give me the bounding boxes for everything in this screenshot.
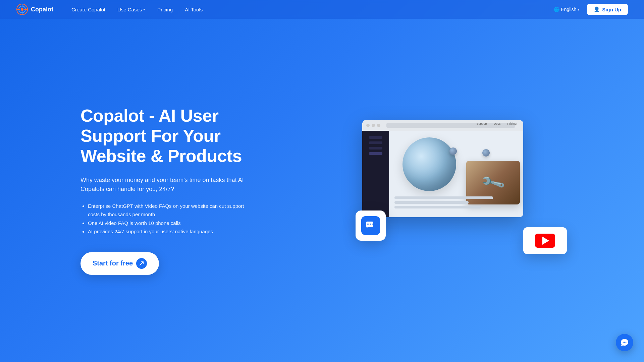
nav-create-copalot[interactable]: Create Copalot	[67, 5, 110, 14]
svg-point-12	[624, 342, 625, 343]
browser-dot-2	[372, 124, 375, 127]
svg-rect-8	[367, 224, 369, 225]
bullet-2: One AI video FAQ is worth 10 phone calls	[88, 219, 255, 228]
chat-bubble-inner	[361, 216, 380, 235]
nav-right: 🌐 English ▾ 👤 Sign Up	[550, 4, 628, 15]
hero-illustration: Support Docs Pricing 🔧	[342, 107, 577, 274]
bullet-3: AI provides 24/7 support in your users' …	[88, 227, 255, 236]
nav-use-cases[interactable]: Use Cases ▾	[113, 5, 150, 14]
browser-sidebar	[362, 131, 389, 217]
use-cases-chevron-icon: ▾	[143, 7, 145, 12]
chat-bubble-widget[interactable]	[356, 210, 386, 241]
sphere-decoration	[402, 137, 456, 191]
svg-rect-10	[372, 224, 373, 225]
svg-point-2	[21, 8, 23, 11]
deco-ball-1	[449, 147, 457, 155]
hero-section: Copalot - AI User Support For Your Websi…	[0, 19, 644, 362]
start-for-free-button[interactable]: Start for free	[80, 252, 159, 275]
browser-dot-3	[377, 124, 380, 127]
table-row-1	[394, 196, 493, 199]
lang-chevron-icon: ▾	[578, 7, 580, 12]
user-icon: 👤	[594, 6, 600, 12]
logo-text: Copalot	[31, 6, 53, 13]
nav-pricing[interactable]: Pricing	[153, 5, 177, 14]
svg-rect-9	[370, 224, 371, 225]
arrow-icon	[136, 258, 147, 269]
svg-point-11	[623, 342, 624, 343]
cta-label: Start for free	[93, 259, 133, 267]
logo[interactable]: Copalot	[16, 3, 53, 15]
nav-links: Create Copalot Use Cases ▾ Pricing AI To…	[67, 5, 550, 14]
youtube-card[interactable]	[523, 227, 567, 254]
chat-widget-fixed[interactable]	[616, 334, 633, 351]
hero-title: Copalot - AI User Support For Your Websi…	[80, 106, 255, 166]
table-row-3	[394, 206, 481, 208]
wrench-icon: 🔧	[480, 170, 506, 196]
bullet-1: Enterprise ChatGPT with Video FAQs on yo…	[88, 202, 255, 219]
signup-button[interactable]: 👤 Sign Up	[587, 4, 628, 15]
hero-bullets: Enterprise ChatGPT with Video FAQs on yo…	[80, 202, 255, 236]
browser-main: 🔧	[389, 131, 523, 217]
deco-ball-2	[482, 149, 490, 157]
table-row-2	[394, 201, 469, 204]
svg-point-13	[626, 342, 627, 343]
language-selector[interactable]: 🌐 English ▾	[550, 5, 583, 14]
browser-mockup: Support Docs Pricing 🔧	[362, 120, 523, 217]
youtube-play-button	[535, 234, 555, 248]
language-label: English	[561, 7, 576, 12]
hero-content: Copalot - AI User Support For Your Websi…	[80, 106, 255, 275]
hero-subtitle: Why waste your money and your team's tim…	[80, 176, 255, 194]
play-triangle-icon	[542, 237, 549, 245]
browser-nav-area: Support Docs Pricing	[476, 122, 517, 125]
globe-icon: 🌐	[554, 7, 559, 12]
browser-bar: Support Docs Pricing	[362, 120, 523, 131]
nav-ai-tools[interactable]: AI Tools	[180, 5, 207, 14]
browser-content: 🔧	[362, 131, 523, 217]
browser-dot-1	[366, 124, 370, 127]
browser-table	[389, 196, 523, 210]
logo-icon	[16, 3, 28, 15]
navbar: Copalot Create Copalot Use Cases ▾ Prici…	[0, 0, 644, 19]
